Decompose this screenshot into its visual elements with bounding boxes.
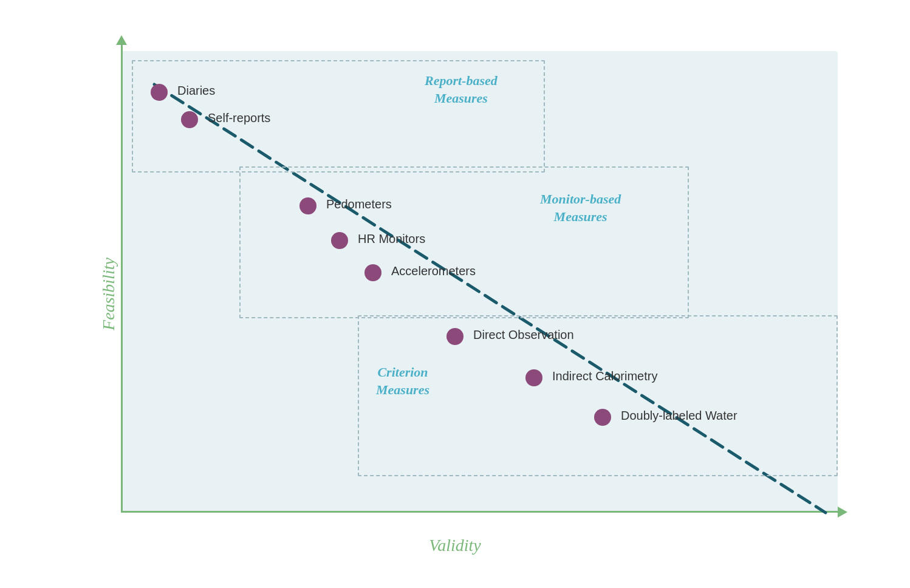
point-indirect-calorimetry [525,369,542,386]
point-diaries [151,84,168,101]
label-doubly-labeled-water: Doubly-labeled Water [621,409,737,423]
label-diaries: Diaries [177,84,215,98]
label-pedometers: Pedometers [326,197,392,211]
criterion-box [358,315,838,476]
x-axis-label: Validity [429,536,481,555]
point-doubly-labeled-water [594,409,611,426]
y-axis-label: Feasibility [99,258,118,330]
label-hr-monitors: HR Monitors [358,232,425,246]
point-accelerometers [364,264,381,281]
point-direct-observation [446,328,464,345]
point-hr-monitors [331,232,348,249]
point-pedometers [299,197,316,214]
label-indirect-calorimetry: Indirect Calorimetry [552,369,657,383]
label-direct-observation: Direct Observation [473,328,574,342]
label-self-reports: Self-reports [208,111,270,125]
monitor-based-label: Monitor-based Measures [540,191,621,225]
label-accelerometers: Accelerometers [391,264,476,278]
x-axis [121,511,844,513]
y-axis [121,39,123,513]
monitor-based-box [239,166,689,318]
chart-container: Feasibility Validity Report-based Measur… [60,27,850,561]
y-axis-arrow [116,35,127,45]
criterion-label: Criterion Measures [376,364,429,398]
report-based-label: Report-based Measures [425,72,498,107]
point-self-reports [181,111,198,128]
x-axis-arrow [838,507,847,518]
